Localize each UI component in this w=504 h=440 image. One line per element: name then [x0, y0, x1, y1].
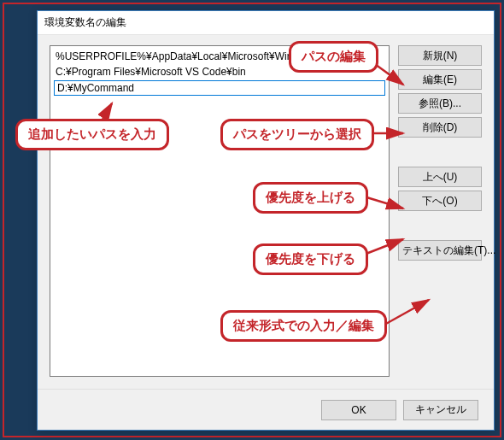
- delete-button[interactable]: 削除(D): [398, 117, 482, 138]
- ok-button[interactable]: OK: [321, 400, 396, 420]
- annotation-priority-down: 優先度を下げる: [253, 243, 368, 275]
- cancel-button[interactable]: キャンセル: [403, 400, 478, 420]
- new-button[interactable]: 新規(N): [398, 45, 482, 66]
- browse-button[interactable]: 参照(B)...: [398, 93, 482, 114]
- edit-button[interactable]: 編集(E): [398, 69, 482, 90]
- move-up-button[interactable]: 上へ(U): [398, 167, 482, 187]
- dialog-title: 環境変数名の編集: [44, 15, 126, 30]
- button-column: 新規(N) 編集(E) 参照(B)... 削除(D) 上へ(U) 下へ(O) テ…: [398, 45, 482, 377]
- titlebar: 環境変数名の編集: [38, 11, 494, 35]
- annotation-select-tree: パスをツリーから選択: [220, 119, 374, 150]
- annotation-add-path: 追加したいパスを入力: [15, 119, 169, 150]
- annotation-legacy-edit: 従来形式での入力／編集: [220, 310, 387, 342]
- annotation-priority-up: 優先度を上げる: [253, 182, 368, 214]
- env-var-edit-dialog: 環境変数名の編集 %USERPROFILE%¥AppData¥Local¥Mic…: [37, 10, 495, 431]
- path-edit-input[interactable]: [54, 80, 385, 96]
- list-item-editing[interactable]: [50, 79, 389, 97]
- dialog-footer: OK キャンセル: [38, 389, 494, 430]
- annotation-edit-path: パスの編集: [289, 41, 378, 73]
- move-down-button[interactable]: 下へ(O): [398, 191, 482, 211]
- edit-text-button[interactable]: テキストの編集(T)...: [398, 240, 482, 261]
